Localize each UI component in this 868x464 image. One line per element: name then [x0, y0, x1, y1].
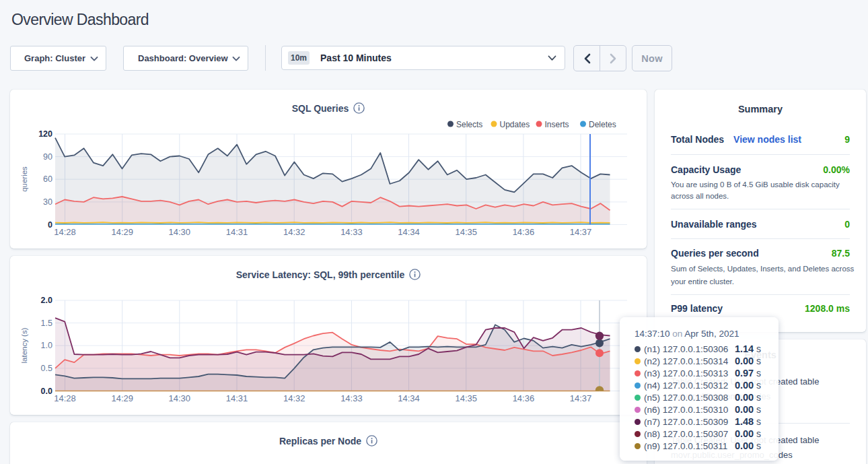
svg-text:60: 60	[43, 174, 52, 184]
svg-text:0.5: 0.5	[41, 364, 52, 373]
svg-text:14:31: 14:31	[226, 227, 248, 237]
svg-text:Inserts: Inserts	[545, 120, 569, 129]
svg-text:14:37: 14:37	[570, 227, 592, 237]
svg-text:Selects: Selects	[456, 120, 482, 129]
svg-text:14:33: 14:33	[340, 227, 363, 237]
svg-text:14:35: 14:35	[455, 393, 477, 403]
svg-text:14:34: 14:34	[398, 393, 420, 403]
svg-text:14:33: 14:33	[340, 393, 363, 403]
svg-text:1.5: 1.5	[41, 319, 52, 328]
svg-text:14:32: 14:32	[283, 393, 305, 403]
svg-text:14:36: 14:36	[513, 227, 535, 237]
svg-text:14:35: 14:35	[455, 227, 477, 237]
svg-text:30: 30	[43, 197, 52, 207]
svg-text:14:30: 14:30	[169, 227, 191, 237]
svg-text:14:29: 14:29	[111, 227, 133, 237]
svg-text:Deletes: Deletes	[589, 120, 616, 129]
svg-text:14:31: 14:31	[226, 393, 248, 403]
svg-text:14:28: 14:28	[54, 227, 76, 237]
svg-text:14:28: 14:28	[54, 393, 76, 403]
svg-text:14:36: 14:36	[513, 393, 535, 403]
svg-text:Updates: Updates	[500, 120, 530, 129]
svg-text:2.0: 2.0	[41, 296, 52, 305]
svg-text:14:30: 14:30	[169, 393, 191, 403]
svg-text:90: 90	[43, 152, 52, 162]
svg-text:14:32: 14:32	[283, 227, 305, 237]
svg-text:14:34: 14:34	[398, 227, 420, 237]
svg-text:14:29: 14:29	[111, 393, 133, 403]
svg-text:0.0: 0.0	[41, 387, 52, 396]
svg-text:1.0: 1.0	[41, 341, 52, 350]
svg-text:14:37: 14:37	[570, 393, 592, 403]
svg-text:queries: queries	[20, 166, 28, 192]
svg-text:0: 0	[48, 220, 52, 230]
svg-text:120: 120	[38, 129, 52, 139]
svg-text:latency (s): latency (s)	[20, 327, 28, 363]
